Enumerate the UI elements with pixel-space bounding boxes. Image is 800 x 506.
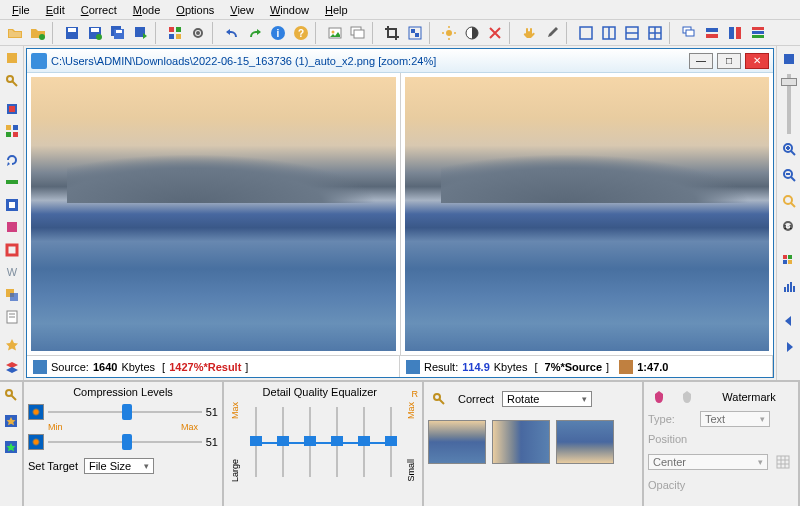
svg-rect-82 [788,260,792,264]
prev-icon[interactable] [778,310,800,332]
compression-side-icons [0,382,24,506]
contrast-icon[interactable] [461,22,483,44]
batch-icon[interactable] [164,22,186,44]
target-mode-select[interactable]: File Size [84,458,154,474]
tool-rotate-icon[interactable] [1,149,23,170]
watermark-enabled-icon[interactable] [648,386,670,408]
next-icon[interactable] [778,336,800,358]
minimize-button[interactable]: — [689,53,713,69]
svg-rect-8 [116,30,122,33]
svg-rect-54 [6,132,11,137]
comp-key-icon[interactable] [0,384,22,406]
reset-icon[interactable] [484,22,506,44]
crop-icon[interactable] [381,22,403,44]
rotate-0-thumb[interactable] [428,420,486,464]
menu-correct[interactable]: Correct [73,2,125,17]
tile-h-icon[interactable] [701,22,723,44]
zoom-100-icon[interactable]: 1:1 [778,216,800,238]
zoom-slider[interactable] [781,74,797,134]
watermark-type-select[interactable]: Text [700,411,770,427]
tool-border-icon[interactable] [1,239,23,260]
result-image-pane[interactable] [401,73,774,355]
source-image-pane[interactable] [27,73,401,355]
eyedropper-icon[interactable] [541,22,563,44]
tile-v-icon[interactable] [724,22,746,44]
open-file-icon[interactable] [4,22,26,44]
save-as-icon[interactable] [84,22,106,44]
view-single-icon[interactable] [575,22,597,44]
equalizer-sliders [242,407,404,477]
eq-slider-4[interactable] [331,407,343,477]
help-icon[interactable]: ? [290,22,312,44]
brightness-icon[interactable] [438,22,460,44]
tool-watermark-icon[interactable]: W [1,262,23,283]
eq-slider-5[interactable] [358,407,370,477]
tool-crop2-icon[interactable] [1,194,23,215]
watermark-position-select[interactable]: Center [648,454,768,470]
arrange-icon[interactable] [747,22,769,44]
menu-file[interactable]: File [4,2,38,17]
status-row: Source: 1640 Kbytes [1427%*Result] Resul… [27,355,773,377]
tool-metadata-icon[interactable] [1,307,23,328]
eq-slider-2[interactable] [277,407,289,477]
rotate-90-thumb[interactable] [492,420,550,464]
eq-slider-6[interactable] [385,407,397,477]
menu-view[interactable]: View [222,2,262,17]
palette-icon[interactable] [778,250,800,272]
svg-rect-51 [9,106,15,112]
eq-slider-3[interactable] [304,407,316,477]
view-split-h-icon[interactable] [621,22,643,44]
menu-options[interactable]: Options [168,2,222,17]
redo-icon[interactable] [244,22,266,44]
view-quad-icon[interactable] [644,22,666,44]
info-icon[interactable]: i [267,22,289,44]
resize-icon[interactable] [404,22,426,44]
rotate-180-thumb[interactable] [556,420,614,464]
hand-icon[interactable] [518,22,540,44]
cascade-icon[interactable] [678,22,700,44]
tool-canvas-icon[interactable] [1,217,23,238]
histogram-icon[interactable] [778,276,800,298]
zoom-top-icon[interactable] [778,48,800,70]
export-icon[interactable] [130,22,152,44]
zoom-out-icon[interactable] [778,164,800,186]
correct-title: Correct [458,393,494,405]
quality-slider[interactable] [48,404,202,420]
open-folder-icon[interactable] [27,22,49,44]
tool-resize2-icon[interactable] [1,172,23,193]
menu-edit[interactable]: Edit [38,2,73,17]
comp-preset2-icon[interactable] [0,436,22,458]
tool-compress-icon[interactable] [1,99,23,120]
watermark-disabled-icon[interactable] [676,386,698,408]
maximize-button[interactable]: □ [717,53,741,69]
images-icon[interactable] [347,22,369,44]
zoom-fit-icon[interactable] [778,190,800,212]
save-all-icon[interactable] [107,22,129,44]
correct-key-icon[interactable] [428,388,450,410]
close-button[interactable]: ✕ [745,53,769,69]
menubar: File Edit Correct Mode Options View Wind… [0,0,800,20]
tool-favorites-icon[interactable] [1,335,23,356]
svg-point-0 [39,34,45,40]
menu-window[interactable]: Window [262,2,317,17]
undo-icon[interactable] [221,22,243,44]
zoom-in-icon[interactable] [778,138,800,160]
save-icon[interactable] [61,22,83,44]
watermark-pos-grid-icon[interactable] [772,451,794,473]
image-icon[interactable] [324,22,346,44]
document-titlebar[interactable]: C:\Users\ADMIN\Downloads\2022-06-15_1637… [27,49,773,73]
menu-mode[interactable]: Mode [125,2,169,17]
eq-slider-1[interactable] [250,407,262,477]
correct-mode-select[interactable]: Rotate [502,391,592,407]
svg-rect-45 [752,27,764,30]
tool-key-icon[interactable] [1,71,23,92]
tool-layers-icon[interactable] [1,358,23,379]
tool-overlay-icon[interactable] [1,284,23,305]
menu-help[interactable]: Help [317,2,356,17]
tool-correct-icon[interactable] [1,48,23,69]
quality2-slider[interactable] [48,434,202,450]
view-split-v-icon[interactable] [598,22,620,44]
comp-preset1-icon[interactable] [0,410,22,432]
tool-thumbnails-icon[interactable] [1,121,23,142]
settings-icon[interactable] [187,22,209,44]
